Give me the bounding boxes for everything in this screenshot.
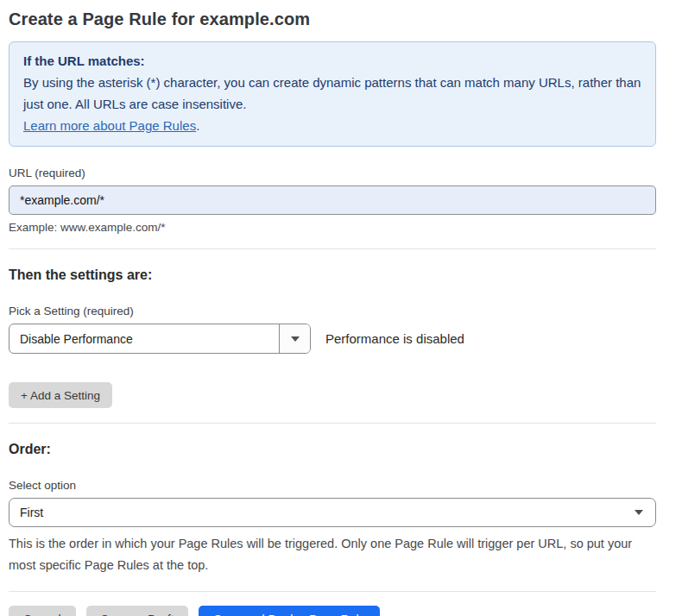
divider	[9, 591, 656, 592]
info-box-body: By using the asterisk (*) character, you…	[23, 72, 641, 115]
info-box-heading: If the URL matches:	[23, 50, 641, 72]
form-actions: Cancel Save as Draft Save and Deploy Pag…	[9, 606, 656, 616]
save-and-deploy-button[interactable]: Save and Deploy Page Rule	[199, 606, 380, 616]
order-help-text: This is the order in which your Page Rul…	[9, 533, 656, 576]
create-page-rule-form: Create a Page Rule for example.com If th…	[0, 0, 682, 616]
caret-down-icon	[279, 324, 310, 353]
cancel-button[interactable]: Cancel	[9, 606, 76, 616]
info-box-link-line: Learn more about Page Rules.	[23, 118, 199, 133]
setting-select[interactable]: Disable Performance	[9, 324, 311, 354]
save-as-draft-button[interactable]: Save as Draft	[86, 606, 189, 616]
pick-setting-label: Pick a Setting (required)	[9, 305, 656, 317]
url-input[interactable]	[9, 185, 656, 215]
url-match-info-box: If the URL matches: By using the asteris…	[9, 41, 656, 147]
link-suffix: .	[196, 118, 199, 133]
divider	[9, 248, 656, 249]
page-title: Create a Page Rule for example.com	[9, 9, 656, 29]
order-section-heading: Order:	[9, 442, 656, 457]
divider	[9, 423, 656, 424]
order-select[interactable]: First	[9, 498, 656, 527]
setting-select-value: Disable Performance	[9, 332, 279, 346]
settings-section-heading: Then the settings are:	[9, 267, 656, 283]
caret-down-icon	[635, 510, 643, 515]
url-label: URL (required)	[9, 167, 656, 179]
url-example-hint: Example: www.example.com/*	[9, 221, 656, 234]
add-setting-button[interactable]: + Add a Setting	[9, 382, 112, 408]
learn-more-link[interactable]: Learn more about Page Rules	[23, 118, 196, 133]
setting-row: Disable Performance Performance is disab…	[9, 324, 656, 354]
order-select-label: Select option	[9, 479, 656, 492]
caret-down-icon	[291, 336, 300, 342]
setting-status-text: Performance is disabled	[325, 331, 464, 346]
order-select-value: First	[9, 506, 635, 519]
